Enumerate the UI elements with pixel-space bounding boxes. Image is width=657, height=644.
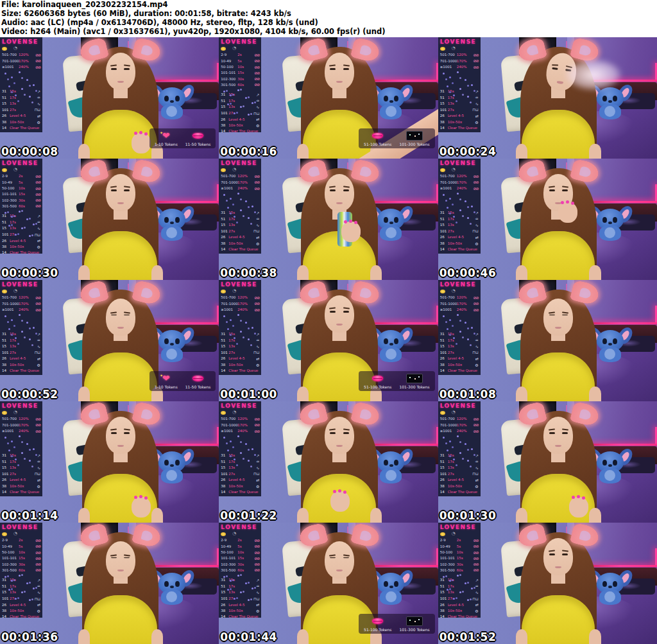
lovense-logo: LOVENSE [2, 39, 40, 45]
pattern-row: 3810x-50x⚙ [2, 362, 40, 369]
pattern-row: 10127s⊓⊔ [2, 107, 40, 113]
wave-icon: ⚙ [256, 241, 259, 247]
pattern-row: 1513s∿ [440, 344, 479, 350]
token-item: 11-50 Tokens [185, 374, 211, 389]
face [106, 541, 135, 579]
pattern-row: 1513s∿ [221, 104, 259, 110]
pattern-row: 5117s♒ [221, 458, 259, 465]
tip-tier-row: 501-700120%⊘⊘ [2, 295, 40, 300]
tip-tier-row: 10-495s⊘⊘ [440, 543, 479, 549]
pattern-row: 5117s♒ [221, 583, 259, 589]
clock-icon: ◔ [452, 168, 456, 172]
wave-icon: ♒ [256, 216, 259, 222]
tip-tier-row: 701-1000170%⊘⊘ [440, 179, 479, 185]
pattern-row: 3115s↗ [440, 577, 479, 584]
file-name-line: File: karolinaqueen_202302232154.mp4 [0, 0, 657, 9]
particle-effects [221, 573, 259, 577]
lovense-tip-menu: LOVENSE ◔ 501-700120%⊘⊘701-1000170%⊘⊘≥10… [219, 159, 261, 254]
face [325, 541, 354, 579]
tip-tier-row: 701-1000170%⊘⊘ [2, 422, 40, 428]
wave-icon: ↗ [37, 213, 40, 220]
pattern-row: 14Clear The Queue [221, 247, 259, 252]
screen-icon [406, 131, 423, 141]
token-coin-icon [221, 290, 226, 293]
clock-icon: ◔ [232, 532, 236, 536]
pattern-row: 3115s↗ [221, 577, 259, 584]
lovense-logo: LOVENSE [2, 524, 40, 530]
pattern-row: 3810x-50x⚙ [221, 362, 259, 369]
tip-tier-list: 501-700120%⊘⊘701-1000170%⊘⊘≥1001240%⊘⊘ [221, 173, 259, 191]
face [106, 299, 135, 336]
pattern-row: 26Level 4-5⇄ [2, 356, 40, 362]
tip-tier-row: 701-1000170%⊘⊘ [221, 300, 259, 306]
pattern-row: 5117s♒ [440, 94, 479, 101]
wave-icon: ↗ [37, 89, 40, 95]
tip-tier-row: 102-30030s⊘⊘ [2, 561, 40, 567]
pattern-row: 10127s⊓⊔ [440, 596, 479, 602]
face [106, 53, 135, 90]
wave-icon: ↗ [475, 577, 479, 584]
particle-effects [440, 573, 479, 577]
tip-tier-list: 2-92s⊘⊘10-495s⊘⊘50-10010s⊘⊘101-10115s⊘⊘1… [440, 537, 479, 573]
pattern-row: 26Level 4-5⇄ [221, 356, 259, 362]
wave-icon: ↗ [475, 331, 479, 338]
wave-icon: ⊓⊔ [472, 107, 478, 113]
video-thumbnail: LOVENSE ◔ 501-700120%⊘⊘701-1000170%⊘⊘≥10… [438, 159, 657, 280]
video-thumbnail: LOVENSE ◔ 501-700120%⊘⊘701-1000170%⊘⊘≥10… [438, 401, 657, 523]
wave-icon: ♒ [37, 458, 40, 465]
sparkle-icons [443, 315, 445, 317]
sparkle-icons [7, 78, 9, 80]
vape-smoke [565, 59, 622, 91]
pattern-row: 5117s♒ [2, 219, 40, 225]
clock-icon: ◔ [13, 289, 17, 293]
wave-icon: ⊓⊔ [35, 349, 40, 356]
wave-icon: ⚙ [475, 119, 478, 126]
pattern-row: 10127s⊓⊔ [440, 107, 479, 113]
thumbnail-grid: LOVENSE ◔ 501-700120%⊘⊘701-1000170%⊘⊘≥10… [0, 37, 657, 644]
face [325, 417, 354, 454]
plush-body [599, 589, 621, 605]
wave-icon: ♒ [475, 337, 478, 344]
particle-effects [2, 434, 40, 453]
face [543, 417, 573, 454]
pattern-row: 14Clear The Queue [440, 247, 479, 252]
timestamp: 00:01:30 [439, 509, 497, 522]
sparkle-icons [4, 576, 6, 578]
hand [558, 202, 577, 223]
tip-tier-list: 501-700120%⊘⊘701-1000170%⊘⊘≥1001240%⊘⊘ [221, 416, 259, 434]
tip-tier-row: 50-10010s⊘⊘ [2, 186, 40, 191]
sparkle-icons [223, 194, 225, 196]
sparkle-icons [4, 437, 6, 439]
sparkle-icons [226, 442, 228, 444]
wave-icon: ⇄ [256, 602, 259, 608]
video-info-line: Video: h264 (Main) (avc1 / 0x31637661), … [0, 27, 657, 36]
wave-icon: ⊓⊔ [35, 596, 40, 602]
wave-icon: ↗ [37, 331, 40, 338]
token-coin-icon [440, 47, 445, 51]
lovense-tip-menu: LOVENSE ◔ 501-700120%⊘⊘701-1000170%⊘⊘≥10… [0, 37, 42, 132]
tip-tier-row: ≥1001240%⊘⊘ [2, 428, 40, 434]
tip-tier-row: 50-10010s⊘⊘ [221, 550, 259, 555]
pattern-row: 1513s∿ [2, 589, 40, 596]
sparkle-icons [445, 200, 447, 202]
pattern-row: 1513s∿ [440, 101, 479, 107]
wave-icon: ⇄ [256, 234, 259, 241]
lips-icon [372, 616, 383, 626]
face [543, 299, 573, 336]
lovense-logo: LOVENSE [440, 160, 479, 166]
pattern-row: 26Level 4-5⇄ [2, 238, 40, 244]
sparkle-icons [4, 73, 6, 74]
pattern-row: 26Level 4-5⇄ [2, 602, 40, 608]
hand [330, 491, 350, 512]
wave-icon: ♒ [37, 337, 40, 344]
lovense-tip-menu: LOVENSE ◔ 501-700120%⊘⊘701-1000170%⊘⊘≥10… [438, 280, 481, 375]
lovense-tip-menu: LOVENSE ◔ 501-700120%⊘⊘701-1000170%⊘⊘≥10… [219, 280, 261, 375]
pattern-row: 10127s⊓⊔ [2, 596, 40, 602]
particle-effects [221, 88, 259, 92]
token-label: 101-300 Tokens [399, 627, 429, 632]
pattern-row: 3115s↗ [440, 210, 479, 216]
clock-icon: ◔ [452, 46, 456, 51]
tip-tier-row: 2-92s⊘⊘ [221, 52, 259, 58]
wave-icon: ⚙ [37, 608, 40, 614]
particle-effects [221, 191, 259, 210]
